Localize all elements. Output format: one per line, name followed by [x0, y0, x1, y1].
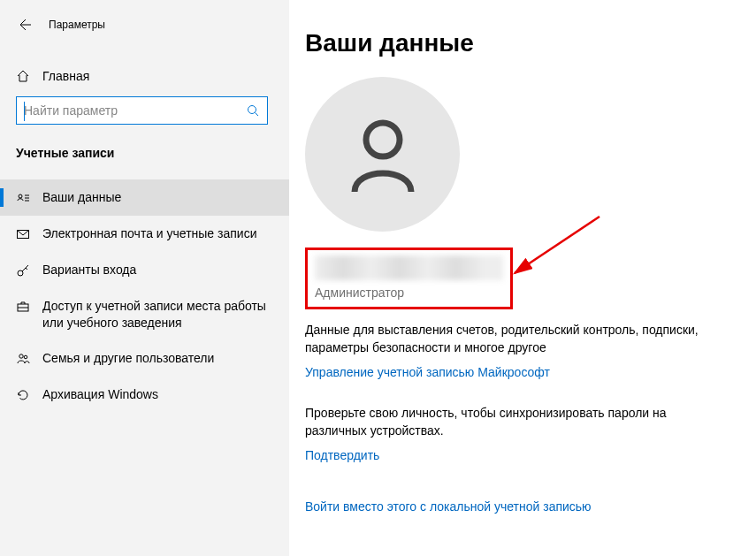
svg-point-14: [366, 123, 400, 156]
section-title: Учетные записи: [0, 125, 289, 160]
svg-line-9: [26, 268, 27, 270]
nav-item-0[interactable]: Ваши данные: [0, 179, 289, 216]
nav-item-4[interactable]: Семья и другие пользователи: [0, 340, 289, 377]
nav-item-1[interactable]: Электронная почта и учетные записи: [0, 216, 289, 252]
user-card-icon: [16, 191, 30, 205]
window-title: Параметры: [49, 19, 105, 31]
mail-icon: [16, 227, 30, 241]
search-icon: [239, 96, 267, 125]
svg-point-2: [19, 194, 22, 198]
briefcase-icon: [16, 300, 30, 314]
local-account-link[interactable]: Войти вместо этого с локальной учетной з…: [305, 499, 592, 514]
nav-item-3[interactable]: Доступ к учетной записи места работы или…: [0, 288, 289, 341]
svg-line-1: [256, 113, 259, 117]
text-caret: [24, 102, 25, 121]
account-role: Администратор: [315, 286, 503, 300]
avatar: [305, 77, 460, 232]
account-name-box: Администратор: [305, 248, 513, 309]
back-button[interactable]: [16, 16, 34, 34]
person-icon: [339, 110, 427, 199]
nav-item-label: Доступ к учетной записи места работы или…: [42, 298, 273, 331]
svg-line-8: [22, 265, 28, 271]
svg-point-12: [19, 354, 23, 358]
nav-item-label: Семья и другие пользователи: [42, 350, 214, 367]
key-icon: [16, 263, 30, 278]
refresh-icon: [16, 388, 30, 402]
account-name-blurred: [315, 255, 503, 280]
nav-item-label: Варианты входа: [42, 262, 136, 278]
home-icon: [16, 69, 30, 83]
nav-home-label: Главная: [42, 69, 89, 83]
nav-item-label: Архивация Windows: [42, 386, 158, 403]
people-icon: [16, 352, 30, 366]
search-box[interactable]: [16, 96, 268, 125]
nav-item-label: Электронная почта и учетные записи: [42, 225, 256, 242]
manage-account-link[interactable]: Управление учетной записью Майкрософт: [305, 365, 550, 379]
nav-home[interactable]: Главная: [0, 60, 289, 83]
billing-desc: Данные для выставления счетов, родительс…: [305, 322, 712, 356]
search-input[interactable]: [17, 103, 239, 118]
svg-point-13: [24, 356, 27, 360]
svg-point-0: [248, 106, 256, 114]
nav-item-label: Ваши данные: [42, 189, 121, 206]
page-title: Ваши данные: [305, 29, 729, 57]
arrow-left-icon: [18, 18, 32, 32]
verify-link[interactable]: Подтвердить: [305, 448, 379, 462]
nav-item-2[interactable]: Варианты входа: [0, 252, 289, 288]
nav-item-5[interactable]: Архивация Windows: [0, 377, 289, 413]
verify-desc: Проверьте свою личность, чтобы синхрониз…: [305, 405, 712, 439]
